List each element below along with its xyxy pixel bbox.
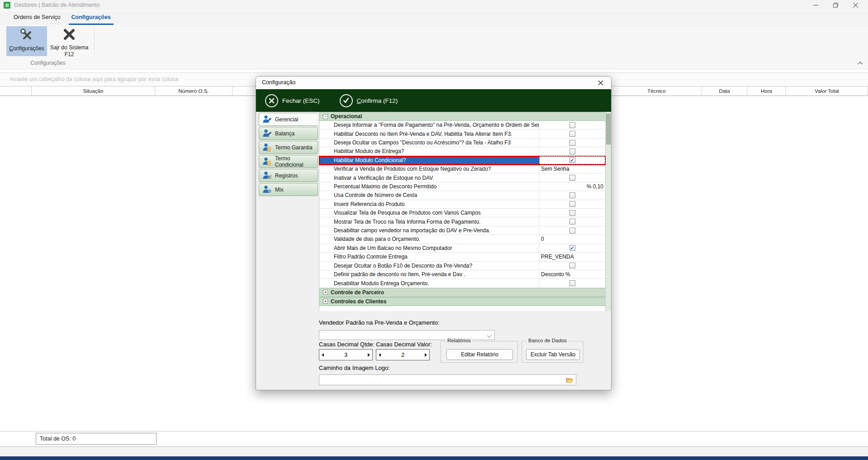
setting-checkbox-cell[interactable] [539, 139, 605, 147]
banco-group-label: Banco de Dados [526, 338, 569, 343]
setting-checkbox-cell[interactable] [539, 279, 605, 287]
logo-path-input[interactable] [319, 374, 576, 385]
dialog-tab-gerencial[interactable]: Gerencial [259, 113, 318, 126]
setting-row[interactable]: Visualizar Tela de Pesquisa de Produtos … [319, 209, 605, 217]
setting-row[interactable]: Habilitar Modulo Condicional? [319, 156, 605, 165]
setting-row[interactable]: Habilitar Desconto no Item Pré-Venda e D… [319, 129, 605, 138]
dialog-tab-registros[interactable]: Registros [259, 169, 318, 182]
setting-checkbox-cell[interactable] [539, 156, 605, 164]
setting-row[interactable]: Validade de dias para o Orçamento.0 [319, 235, 605, 244]
column-header-empty[interactable] [0, 86, 32, 96]
setting-checkbox-cell[interactable] [539, 129, 605, 138]
setting-checkbox-cell[interactable] [539, 200, 605, 208]
configuracoes-ribbon-button[interactable]: Configurações [6, 26, 47, 56]
setting-row[interactable]: Inserir Referencia do Produto [319, 200, 605, 209]
setting-checkbox-cell[interactable] [539, 217, 605, 225]
expand-plus-icon[interactable]: + [323, 299, 328, 304]
setting-row[interactable]: Desejar Ocultar o Botão F10 de Desconto … [319, 262, 605, 270]
column-header-hora[interactable]: Hora [747, 86, 786, 96]
checkbox-unchecked-icon[interactable] [569, 131, 575, 137]
setting-value-cell[interactable]: 0 [539, 235, 605, 243]
fechar-label: Fechar (ESC) [282, 97, 320, 104]
checkbox-unchecked-icon[interactable] [569, 263, 575, 268]
confirma-button[interactable]: Confirma (F12) [340, 94, 398, 107]
column-header-t-cnico[interactable]: Técnico [612, 86, 702, 96]
settings-scrollbar[interactable] [605, 112, 611, 311]
setting-checkbox-cell[interactable] [539, 191, 605, 199]
expand-plus-icon[interactable]: + [323, 290, 328, 295]
group-header-operacional[interactable]: −Operacional [319, 112, 605, 121]
close-button[interactable] [845, 0, 865, 10]
setting-value: Desconto % [541, 271, 570, 278]
checkbox-unchecked-icon[interactable] [569, 192, 575, 198]
group-label: Controles de Clientes [331, 298, 386, 305]
setting-row[interactable]: Usa Controle de Número de Cesta [319, 191, 605, 200]
checkbox-unchecked-icon[interactable] [569, 122, 575, 128]
setting-checkbox-cell[interactable] [539, 147, 605, 155]
checkbox-unchecked-icon[interactable] [569, 149, 575, 154]
column-header-data[interactable]: Data [702, 86, 747, 96]
dialog-tab-termo-condicional[interactable]: Termo Condicional [259, 155, 318, 168]
minimize-button[interactable] [806, 0, 825, 10]
setting-row[interactable]: Deseja Ocultar os Campos "Desconto ou Ac… [319, 139, 605, 147]
checkbox-unchecked-icon[interactable] [569, 280, 575, 286]
setting-row[interactable]: Desabilitar campo vendedor na importação… [319, 226, 605, 235]
setting-row[interactable]: Habilitar Modulo de Entrega? [319, 147, 605, 156]
scrollbar-thumb[interactable] [606, 114, 611, 144]
setting-checkbox-cell[interactable] [539, 262, 605, 270]
setting-value-cell[interactable]: Sem Senha [539, 165, 605, 173]
dialog-sidebar-tabs: GerencialBalançaTermo GarantiaTermo Cond… [259, 113, 318, 197]
setting-value-cell[interactable]: Desconto % [539, 270, 605, 278]
setting-checkbox-cell[interactable] [539, 121, 605, 129]
dialog-titlebar: Configuração [256, 77, 611, 89]
setting-checkbox-cell[interactable] [539, 173, 605, 182]
setting-checkbox-cell[interactable] [539, 244, 605, 252]
checkbox-unchecked-icon[interactable] [569, 228, 575, 234]
setting-row[interactable]: Definir padrão de desconto no Item, Pré-… [319, 270, 605, 279]
restore-button[interactable] [825, 0, 845, 10]
checkbox-checked-icon[interactable] [569, 245, 575, 251]
open-folder-icon[interactable] [566, 377, 574, 384]
setting-value-cell[interactable]: PRE_VENDA [539, 253, 605, 261]
fechar-button[interactable]: Fechar (ESC) [265, 94, 320, 107]
setting-row[interactable]: Deseja Informar a "Forma de Pagamento" n… [319, 121, 605, 129]
setting-row[interactable]: Inativar a Verificação de Estoque no DAV… [319, 173, 605, 182]
setting-row[interactable]: Percentual Máximo de Desconto Permitido%… [319, 182, 605, 191]
column-header-valor-total[interactable]: Valor Total [786, 86, 868, 96]
setting-row[interactable]: Desabilitar Modulo Entrega Orçamento. [319, 279, 605, 288]
stepper-left-arrow-icon[interactable] [322, 353, 324, 357]
setting-checkbox-cell[interactable] [539, 226, 605, 235]
dialog-close-icon[interactable] [594, 77, 607, 88]
editar-relatorio-button[interactable]: Editar Relatório [446, 349, 513, 360]
checkbox-unchecked-icon[interactable] [569, 219, 575, 225]
setting-row[interactable]: Verificar a Venda de Produtos com Estoqu… [319, 165, 605, 173]
checkbox-unchecked-icon[interactable] [569, 140, 575, 146]
stepper-left-arrow-icon[interactable] [379, 353, 381, 357]
ribbon-tab-configurações[interactable]: Configurações [66, 11, 117, 25]
setting-checkbox-cell[interactable] [539, 209, 605, 217]
sair-do-sistema-button[interactable]: Sair do SistemaF12 [49, 26, 90, 56]
group-header-controle-de-parceiro[interactable]: +Controle de Parceiro [319, 288, 605, 297]
qtde-stepper[interactable]: 3 [319, 349, 373, 360]
column-header-situa-o[interactable]: Situação [32, 86, 155, 96]
checkbox-unchecked-icon[interactable] [569, 201, 575, 207]
checkbox-checked-icon[interactable] [569, 157, 575, 163]
ribbon-tab-ordens-de-serviço[interactable]: Ordens de Serviço [8, 11, 66, 25]
checkbox-unchecked-icon[interactable] [569, 210, 575, 216]
checkbox-unchecked-icon[interactable] [569, 175, 575, 181]
collapse-minus-icon[interactable]: − [323, 114, 328, 119]
setting-value-cell[interactable]: % 0,10 [539, 182, 605, 191]
setting-row[interactable]: Mostrar Tela de Troco na Tela Informa Fo… [319, 217, 605, 226]
setting-row[interactable]: Filtro Padrão Controle EntregaPRE_VENDA [319, 253, 605, 261]
ribbon-collapse-chevron-icon[interactable] [856, 59, 864, 67]
excluir-tab-versao-button[interactable]: Excluir Tab Versão [526, 349, 580, 360]
valor-stepper[interactable]: 2 [376, 349, 430, 360]
dialog-tab-balança[interactable]: Balança [259, 127, 318, 140]
group-header-controles-de-clientes[interactable]: +Controles de Clientes [319, 297, 605, 306]
stepper-right-arrow-icon[interactable] [425, 353, 427, 357]
column-header-n-mero-o-s-[interactable]: Número O.S. [155, 86, 232, 96]
setting-row[interactable]: Abrir Mais de Um Balcao no Mesmo Computa… [319, 244, 605, 253]
dialog-tab-termo-garantia[interactable]: Termo Garantia [259, 141, 318, 154]
dialog-tab-mix[interactable]: Mix [259, 183, 318, 196]
stepper-right-arrow-icon[interactable] [368, 353, 370, 357]
